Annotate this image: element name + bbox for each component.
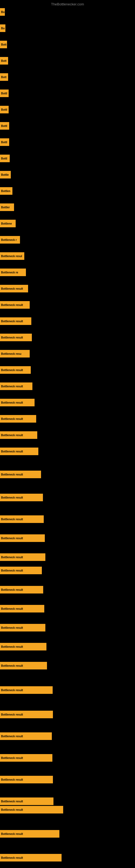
bar-item-31: Bottleneck result [0,534,45,542]
bar-item-34: Bottleneck result [0,586,43,593]
bar-label-20: Bottleneck result [1,336,23,339]
bar-item-45: Bottleneck result [0,806,63,813]
bar-item-6: Bottl [0,106,9,113]
bar-item-28: Bottleneck result [0,471,41,478]
bar-label-8: Bottl [1,141,7,144]
bar-label-42: Bottleneck result [1,756,23,760]
bar-label-47: Bottleneck result [1,856,23,859]
bar-item-20: Bottleneck result [0,334,32,341]
bar-label-37: Bottleneck result [1,645,23,648]
bar-label-12: Bottler [1,206,10,209]
bar-label-23: Bottleneck result [1,385,23,388]
bar-label-9: Bottl [1,157,7,160]
bar-item-4: Bott [0,73,8,81]
bar-label-16: Bottleneck re [1,271,18,274]
bar-item-32: Bottleneck result [0,553,45,561]
bar-item-12: Bottler [0,204,14,211]
bar-item-29: Bottleneck result [0,494,43,501]
site-title: TheBottlenecker.com [51,2,84,6]
bar-item-21: Bottleneck resu [0,350,30,358]
bar-label-34: Bottleneck result [1,588,23,591]
bar-item-15: Bottleneck resul [0,252,24,260]
bar-label-30: Bottleneck result [1,518,23,521]
bar-label-15: Bottleneck resul [1,255,22,258]
bar-item-19: Bottleneck result [0,317,31,325]
bar-label-45: Bottleneck result [1,808,23,811]
bar-item-47: Bottleneck result [0,854,61,862]
bar-item-27: Bottleneck result [0,447,38,455]
bar-item-44: Bottleneck result [0,798,53,805]
bar-item-16: Bottleneck re [0,269,26,276]
bar-label-27: Bottleneck result [1,450,23,453]
bar-label-40: Bottleneck result [1,713,23,716]
bar-item-10: Bottle [0,171,11,179]
bar-label-6: Bottl [1,108,7,111]
bar-item-40: Bottleneck result [0,711,53,718]
bar-label-1: Bo [1,27,5,30]
bar-label-17: Bottleneck result [1,287,23,290]
bar-label-38: Bottleneck result [1,664,23,667]
bar-item-30: Bottleneck result [0,516,44,523]
bar-item-3: Bott [0,57,8,65]
bar-item-5: Bottl [0,90,9,97]
bar-item-13: Bottlene [0,220,16,227]
bar-item-8: Bottl [0,138,9,146]
bar-label-5: Bottl [1,92,7,95]
bar-item-43: Bottleneck result [0,776,53,783]
bar-label-28: Bottleneck result [1,473,23,476]
bar-label-31: Bottleneck result [1,537,23,540]
bar-label-14: Bottleneck r [1,239,17,241]
bar-item-7: Bottl [0,122,9,130]
bar-label-44: Bottleneck result [1,800,23,803]
bar-item-33: Bottleneck result [0,567,42,574]
bar-item-11: Bottlen [0,187,12,195]
bar-item-35: Bottleneck result [0,605,44,613]
bar-label-24: Bottleneck result [1,401,23,404]
bar-label-26: Bottleneck result [1,434,23,437]
bar-label-13: Bottlene [1,222,12,225]
bar-label-32: Bottleneck result [1,556,23,559]
bar-label-18: Bottleneck result [1,304,23,307]
bar-label-7: Bottl [1,124,7,127]
bar-label-11: Bottlen [1,190,10,193]
bar-label-25: Bottleneck result [1,417,23,421]
bar-label-4: Bott [1,76,6,79]
bar-label-2: Bott [1,43,6,46]
bar-label-10: Bottle [1,173,9,176]
bar-item-42: Bottleneck result [0,754,52,762]
bar-item-23: Bottleneck result [0,382,32,390]
bar-label-22: Bottleneck result [1,369,23,372]
bar-item-2: Bott [0,41,7,48]
bar-item-9: Bottl [0,155,10,162]
bar-item-24: Bottleneck result [0,399,35,406]
bar-label-43: Bottleneck result [1,778,23,781]
bar-item-39: Bottleneck result [0,686,53,694]
bar-label-29: Bottleneck result [1,496,23,499]
bar-label-21: Bottleneck resu [1,352,21,355]
bar-item-25: Bottleneck result [0,415,36,423]
bar-label-3: Bott [1,59,6,62]
bar-label-19: Bottleneck result [1,320,23,323]
bar-item-1: Bo [0,24,5,32]
bar-item-37: Bottleneck result [0,643,46,650]
bar-item-0: Bo [0,8,5,16]
bar-label-36: Bottleneck result [1,626,23,629]
bar-item-36: Bottleneck result [0,624,45,631]
bar-item-14: Bottleneck r [0,236,20,244]
bar-item-38: Bottleneck result [0,662,47,670]
bar-item-41: Bottleneck result [0,733,52,740]
bar-label-46: Bottleneck result [1,833,23,835]
bar-item-26: Bottleneck result [0,431,37,439]
bar-item-46: Bottleneck result [0,830,59,838]
bar-label-0: Bo [1,10,5,13]
bar-label-39: Bottleneck result [1,689,23,692]
bar-label-41: Bottleneck result [1,735,23,738]
bar-label-35: Bottleneck result [1,607,23,610]
bar-item-22: Bottleneck result [0,366,31,374]
bar-item-18: Bottleneck result [0,301,30,309]
bar-label-33: Bottleneck result [1,569,23,572]
bar-item-17: Bottleneck result [0,285,28,292]
